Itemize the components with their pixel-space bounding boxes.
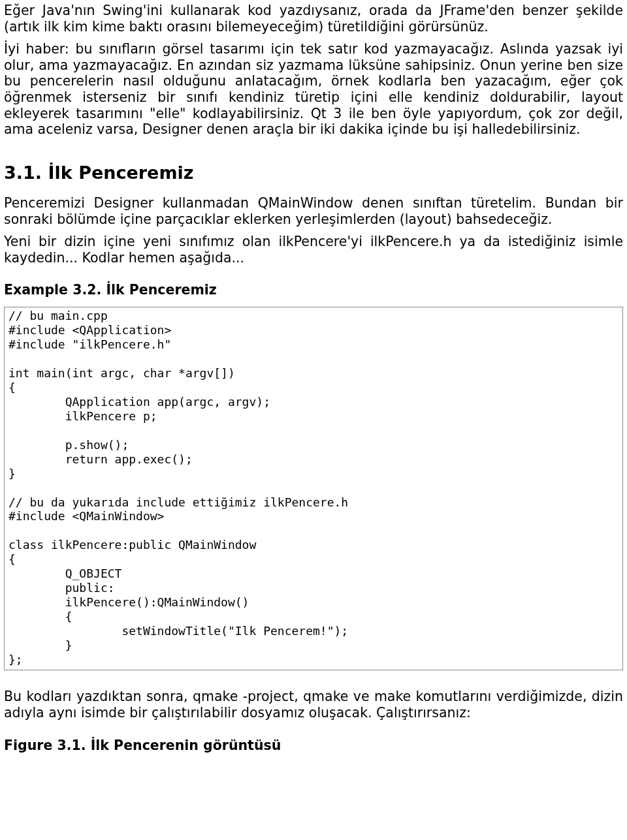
figure-title-3-1: Figure 3.1. İlk Pencerenin görüntüsü — [4, 738, 623, 754]
example-title-3-2: Example 3.2. İlk Penceremiz — [4, 282, 623, 298]
paragraph-4: Yeni bir dizin içine yeni sınıfımız olan… — [4, 234, 623, 266]
paragraph-2: İyi haber: bu sınıfların görsel tasarımı… — [4, 41, 623, 138]
paragraph-5: Bu kodları yazdıktan sonra, qmake -proje… — [4, 689, 623, 721]
code-block-example-3-2: // bu main.cpp #include <QApplication> #… — [4, 307, 623, 670]
paragraph-1: Eğer Java'nın Swing'ini kullanarak kod y… — [4, 3, 623, 35]
section-heading-3-1: 3.1. İlk Penceremiz — [4, 163, 623, 183]
paragraph-3: Penceremizi Designer kullanmadan QMainWi… — [4, 195, 623, 227]
